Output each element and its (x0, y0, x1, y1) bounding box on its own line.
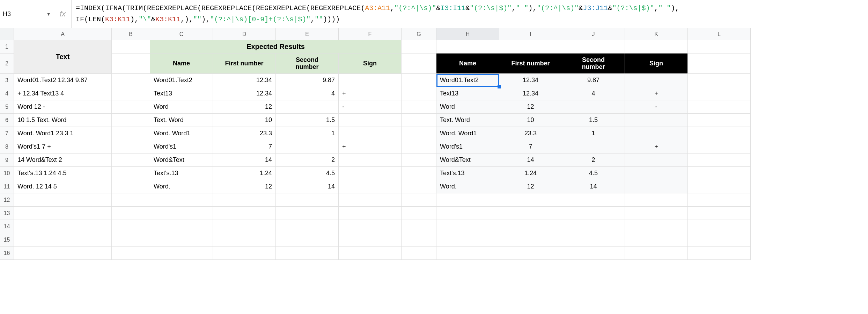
cell-E15[interactable] (276, 233, 339, 247)
cell-J9[interactable]: 2 (562, 154, 625, 167)
cell-G10[interactable] (402, 167, 436, 180)
cell-G1[interactable] (402, 40, 436, 53)
cell-D9[interactable]: 14 (213, 154, 276, 167)
cell-E14[interactable] (276, 220, 339, 233)
cell-A5[interactable]: Word 12 - (14, 100, 112, 114)
row-header-12[interactable]: 12 (0, 193, 14, 207)
cell-E9[interactable]: 2 (276, 154, 339, 167)
cell-I14[interactable] (499, 220, 562, 233)
cell-H6[interactable]: Text. Word (436, 114, 499, 127)
cell-K6[interactable] (625, 114, 688, 127)
cell-I11[interactable]: 12 (499, 180, 562, 193)
cell-E3[interactable]: 9.87 (276, 74, 339, 87)
cell-I6[interactable]: 10 (499, 114, 562, 127)
cell-B6[interactable] (112, 114, 150, 127)
cell-C8[interactable]: Word's1 (150, 140, 213, 154)
col-header-E[interactable]: E (276, 28, 339, 40)
cell-K13[interactable] (625, 207, 688, 220)
cell-H3[interactable]: Word01.Text2 (436, 74, 499, 87)
cell-L14[interactable] (688, 220, 751, 233)
cell-L15[interactable] (688, 233, 751, 247)
cell-F5[interactable]: - (339, 100, 402, 114)
cell-J8[interactable] (562, 140, 625, 154)
cell-G14[interactable] (402, 220, 436, 233)
cell-D3[interactable]: 12.34 (213, 74, 276, 87)
name-box[interactable]: ▼ (0, 0, 54, 28)
header-sign-expected[interactable]: Sign (339, 53, 402, 74)
cell-J5[interactable] (562, 100, 625, 114)
cell-L2[interactable] (688, 53, 751, 74)
cell-D15[interactable] (213, 233, 276, 247)
cell-K10[interactable] (625, 167, 688, 180)
col-header-I[interactable]: I (499, 28, 562, 40)
cell-F12[interactable] (339, 193, 402, 207)
cell-D4[interactable]: 12.34 (213, 87, 276, 100)
col-header-H[interactable]: H (436, 28, 499, 40)
cell-K8[interactable]: + (625, 140, 688, 154)
cell-D11[interactable]: 12 (213, 180, 276, 193)
row-header-4[interactable]: 4 (0, 87, 14, 100)
cell-G5[interactable] (402, 100, 436, 114)
cell-F3[interactable] (339, 74, 402, 87)
cell-K12[interactable] (625, 193, 688, 207)
cell-G2[interactable] (402, 53, 436, 74)
cell-L5[interactable] (688, 100, 751, 114)
row-header-6[interactable]: 6 (0, 114, 14, 127)
cell-D12[interactable] (213, 193, 276, 207)
cell-C4[interactable]: Text13 (150, 87, 213, 100)
cell-E5[interactable] (276, 100, 339, 114)
cell-I13[interactable] (499, 207, 562, 220)
row-header-10[interactable]: 10 (0, 167, 14, 180)
cell-F16[interactable] (339, 247, 402, 260)
cell-F14[interactable] (339, 220, 402, 233)
cell-F8[interactable]: + (339, 140, 402, 154)
cell-E10[interactable]: 4.5 (276, 167, 339, 180)
cell-I5[interactable]: 12 (499, 100, 562, 114)
spreadsheet-grid[interactable]: A B C D E F G H I J K L 1 Text Expected … (0, 28, 868, 74)
col-header-K[interactable]: K (625, 28, 688, 40)
cell-D13[interactable] (213, 207, 276, 220)
cell-C13[interactable] (150, 207, 213, 220)
cell-F13[interactable] (339, 207, 402, 220)
cell-D6[interactable]: 10 (213, 114, 276, 127)
cell-L1[interactable] (688, 40, 751, 53)
cell-B7[interactable] (112, 127, 150, 140)
cell-K14[interactable] (625, 220, 688, 233)
header-text[interactable]: Text (14, 40, 112, 74)
cell-B11[interactable] (112, 180, 150, 193)
cell-H4[interactable]: Text13 (436, 87, 499, 100)
cell-I1[interactable] (499, 40, 562, 53)
cell-B14[interactable] (112, 220, 150, 233)
row-header-8[interactable]: 8 (0, 140, 14, 154)
cell-F6[interactable] (339, 114, 402, 127)
cell-H1[interactable] (436, 40, 499, 53)
cell-D5[interactable]: 12 (213, 100, 276, 114)
cell-F11[interactable] (339, 180, 402, 193)
row-header-14[interactable]: 14 (0, 220, 14, 233)
cell-H10[interactable]: Text's.13 (436, 167, 499, 180)
cell-D16[interactable] (213, 247, 276, 260)
cell-L12[interactable] (688, 193, 751, 207)
row-header-16[interactable]: 16 (0, 247, 14, 260)
cell-E4[interactable]: 4 (276, 87, 339, 100)
cell-G8[interactable] (402, 140, 436, 154)
cell-F9[interactable] (339, 154, 402, 167)
cell-K1[interactable] (625, 40, 688, 53)
cell-H8[interactable]: Word's1 (436, 140, 499, 154)
header-first-result[interactable]: First number (499, 53, 562, 74)
cell-L3[interactable] (688, 74, 751, 87)
cell-H16[interactable] (436, 247, 499, 260)
row-header-1[interactable]: 1 (0, 40, 14, 53)
cell-K3[interactable] (625, 74, 688, 87)
cell-D14[interactable] (213, 220, 276, 233)
cell-K4[interactable]: + (625, 87, 688, 100)
cell-B8[interactable] (112, 140, 150, 154)
cell-K16[interactable] (625, 247, 688, 260)
cell-L16[interactable] (688, 247, 751, 260)
cell-G15[interactable] (402, 233, 436, 247)
cell-I16[interactable] (499, 247, 562, 260)
cell-C14[interactable] (150, 220, 213, 233)
cell-I8[interactable]: 7 (499, 140, 562, 154)
cell-A11[interactable]: Word. 12 14 5 (14, 180, 112, 193)
cell-J14[interactable] (562, 220, 625, 233)
